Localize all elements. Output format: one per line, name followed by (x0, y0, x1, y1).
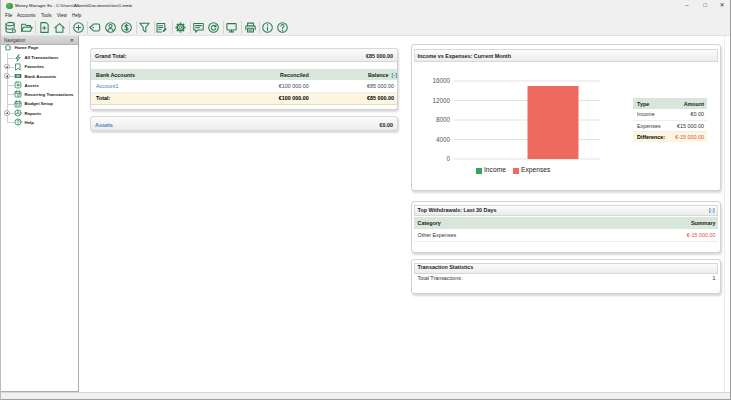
svg-text:16000: 16000 (432, 77, 450, 84)
svg-text:4000: 4000 (436, 136, 451, 143)
svg-text:8000: 8000 (436, 116, 451, 123)
svg-text:12000: 12000 (432, 97, 450, 104)
svg-text:0: 0 (446, 155, 450, 162)
